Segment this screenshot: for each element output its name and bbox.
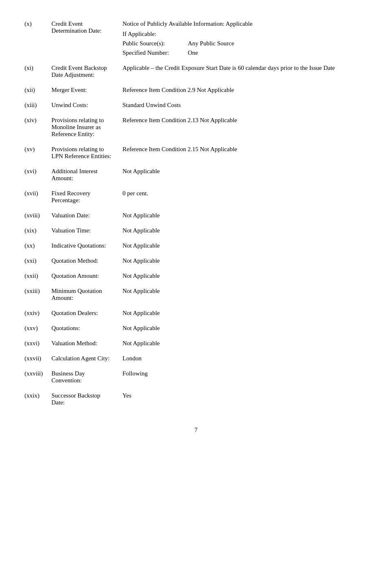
row-num: (xx) — [24, 242, 49, 249]
sub-label-0: If Applicable: — [122, 31, 188, 38]
row-label: (xxviii) Business Day Convention: — [24, 370, 114, 384]
row-label: (xiv) Provisions relating to Monoline In… — [24, 117, 114, 138]
table-row: (xiii) Unwind Costs: Standard Unwind Cos… — [24, 98, 368, 113]
row-text: Valuation Method: — [51, 340, 114, 347]
table-row: (xvii) Fixed Recovery Percentage: 0 per … — [24, 186, 368, 208]
row-num: (xv) — [24, 146, 49, 160]
table-row: (xxv) Quotations: Not Applicable — [24, 321, 368, 336]
row-num: (xxv) — [24, 325, 49, 332]
row-label: (xvii) Fixed Recovery Percentage: — [24, 190, 114, 204]
row-text: Quotations: — [51, 325, 114, 332]
row-label: (xxiii) Minimum Quotation Amount: — [24, 288, 114, 302]
row-num: (xxii) — [24, 273, 49, 279]
row-text: Additional Interest Amount: — [51, 168, 114, 182]
row-value: Reference Item Condition 2.15 Not Applic… — [114, 146, 368, 153]
row-num: (xiv) — [24, 117, 49, 138]
table-row: (xxii) Quotation Amount: Not Applicable — [24, 268, 368, 284]
row-num: (xii) — [24, 87, 49, 94]
header-value-title: Notice of Publicly Available Information… — [122, 20, 368, 27]
table-row: (xx) Indicative Quotations: Not Applicab… — [24, 238, 368, 253]
header-sub-row-2: Specified Number: One — [122, 49, 368, 56]
row-text: Successor Backstop Date: — [51, 392, 114, 406]
row-num: (xi) — [24, 65, 49, 78]
header-label-col: (x) Credit Event Determination Date: — [24, 20, 114, 34]
sub-value-2: One — [188, 49, 368, 56]
row-value: Standard Unwind Costs — [114, 102, 368, 109]
row-num: (xix) — [24, 227, 49, 234]
row-text: Credit Event Backstop Date Adjustment: — [51, 65, 114, 78]
header-row-num: (x) — [24, 20, 49, 34]
row-text: Minimum Quotation Amount: — [51, 288, 114, 302]
row-num: (xvi) — [24, 168, 49, 182]
row-num: (xvii) — [24, 190, 49, 204]
table-row: (xxiii) Minimum Quotation Amount: Not Ap… — [24, 284, 368, 306]
table-row: (xviii) Valuation Date: Not Applicable — [24, 208, 368, 223]
row-value: Not Applicable — [114, 227, 368, 234]
row-value: Not Applicable — [114, 257, 368, 264]
table-row: (xii) Merger Event: Reference Item Condi… — [24, 83, 368, 98]
table-row: (xxiv) Quotation Dealers: Not Applicable — [24, 306, 368, 321]
row-value: Not Applicable — [114, 273, 368, 279]
row-value: Not Applicable — [114, 310, 368, 317]
row-text: Quotation Method: — [51, 257, 114, 264]
row-num: (xviii) — [24, 212, 49, 219]
row-text: Indicative Quotations: — [51, 242, 114, 249]
row-value: Yes — [114, 392, 368, 399]
row-value: Not Applicable — [114, 212, 368, 219]
row-num: (xxvi) — [24, 340, 49, 347]
row-label: (xxv) Quotations: — [24, 325, 114, 332]
row-text: Provisions relating to Monoline Insurer … — [51, 117, 114, 138]
row-text: Unwind Costs: — [51, 102, 114, 109]
row-label: (xviii) Valuation Date: — [24, 212, 114, 219]
row-value: Not Applicable — [114, 242, 368, 249]
row-text: Fixed Recovery Percentage: — [51, 190, 114, 204]
table-row: (xvi) Additional Interest Amount: Not Ap… — [24, 164, 368, 186]
row-value: 0 per cent. — [114, 190, 368, 197]
row-label: (xx) Indicative Quotations: — [24, 242, 114, 249]
table-row: (xxviii) Business Day Convention: Follow… — [24, 366, 368, 388]
row-value: Not Applicable — [114, 168, 368, 175]
header-sub-row-1: Public Source(s): Any Public Source — [122, 40, 368, 47]
row-value: Following — [114, 370, 368, 377]
sub-label-2: Specified Number: — [122, 49, 188, 56]
header-sub-row-0: If Applicable: — [122, 31, 368, 38]
row-label: (xii) Merger Event: — [24, 87, 114, 94]
row-label: (xix) Valuation Time: — [24, 227, 114, 234]
row-value: Reference Item Condition 2.13 Not Applic… — [114, 117, 368, 124]
table-row: (xxi) Quotation Method: Not Applicable — [24, 253, 368, 268]
table-row: (xix) Valuation Time: Not Applicable — [24, 223, 368, 238]
row-value: Not Applicable — [114, 325, 368, 332]
row-text: Quotation Dealers: — [51, 310, 114, 317]
page: (x) Credit Event Determination Date: Not… — [0, 0, 392, 583]
row-num: (xxvii) — [24, 355, 49, 362]
row-num: (xiii) — [24, 102, 49, 109]
row-text: Calculation Agent City: — [51, 355, 114, 362]
row-value: Applicable – the Credit Exposure Start D… — [114, 65, 368, 71]
header-value-col: Notice of Publicly Available Information… — [114, 20, 368, 56]
row-value: Reference Item Condition 2.9 Not Applica… — [114, 87, 368, 94]
row-text: Business Day Convention: — [51, 370, 114, 384]
table-row: (xiv) Provisions relating to Monoline In… — [24, 113, 368, 142]
header-row: (x) Credit Event Determination Date: Not… — [24, 16, 368, 60]
table-row: (xxix) Successor Backstop Date: Yes — [24, 388, 368, 410]
row-label: (xi) Credit Event Backstop Date Adjustme… — [24, 65, 114, 78]
row-label: (xxvi) Valuation Method: — [24, 340, 114, 347]
row-label: (xxii) Quotation Amount: — [24, 273, 114, 279]
row-num: (xxiii) — [24, 288, 49, 302]
row-label: (xxi) Quotation Method: — [24, 257, 114, 264]
row-text: Merger Event: — [51, 87, 114, 94]
table-row: (xv) Provisions relating to LPN Referenc… — [24, 142, 368, 164]
row-label: (xv) Provisions relating to LPN Referenc… — [24, 146, 114, 160]
row-num: (xxiv) — [24, 310, 49, 317]
row-label: (xxvii) Calculation Agent City: — [24, 355, 114, 362]
row-label: (xxiv) Quotation Dealers: — [24, 310, 114, 317]
sub-label-1: Public Source(s): — [122, 40, 188, 47]
row-value: Not Applicable — [114, 340, 368, 347]
page-number: 7 — [24, 427, 368, 433]
row-num: (xxi) — [24, 257, 49, 264]
row-text: Valuation Time: — [51, 227, 114, 234]
row-text: Provisions relating to LPN Reference Ent… — [51, 146, 114, 160]
sub-value-1: Any Public Source — [188, 40, 368, 47]
rows-container: (xi) Credit Event Backstop Date Adjustme… — [24, 60, 368, 410]
row-text: Quotation Amount: — [51, 273, 114, 279]
